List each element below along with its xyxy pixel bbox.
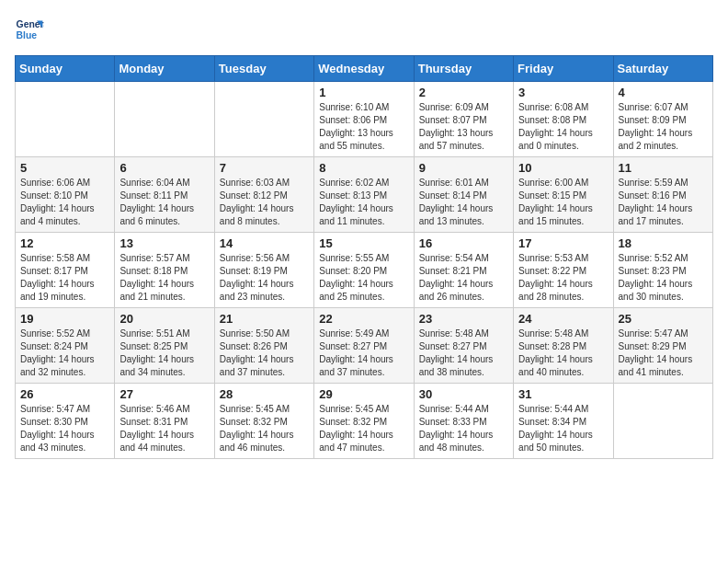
page-header: General Blue <box>15 15 713 44</box>
day-info: Sunrise: 5:52 AM Sunset: 8:24 PM Dayligh… <box>20 327 109 379</box>
calendar-cell: 18Sunrise: 5:52 AM Sunset: 8:23 PM Dayli… <box>613 233 712 308</box>
day-info: Sunrise: 6:08 AM Sunset: 8:08 PM Dayligh… <box>518 101 608 153</box>
day-number: 17 <box>518 236 608 250</box>
day-number: 18 <box>619 236 708 250</box>
calendar-cell: 23Sunrise: 5:48 AM Sunset: 8:27 PM Dayli… <box>414 308 513 384</box>
day-info: Sunrise: 6:06 AM Sunset: 8:10 PM Dayligh… <box>20 177 109 228</box>
day-info: Sunrise: 6:10 AM Sunset: 8:06 PM Dayligh… <box>319 101 408 153</box>
calendar-cell: 1Sunrise: 6:10 AM Sunset: 8:06 PM Daylig… <box>314 82 414 157</box>
day-number: 5 <box>20 161 109 175</box>
weekday-header-row: SundayMondayTuesdayWednesdayThursdayFrid… <box>16 56 713 82</box>
calendar-cell: 31Sunrise: 5:44 AM Sunset: 8:34 PM Dayli… <box>514 384 613 459</box>
calendar-cell: 16Sunrise: 5:54 AM Sunset: 8:21 PM Dayli… <box>414 233 513 308</box>
calendar-cell: 27Sunrise: 5:46 AM Sunset: 8:31 PM Dayli… <box>115 384 214 459</box>
calendar-cell: 9Sunrise: 6:01 AM Sunset: 8:14 PM Daylig… <box>414 157 513 233</box>
day-number: 11 <box>619 161 708 175</box>
calendar-cell <box>16 82 115 157</box>
day-info: Sunrise: 5:57 AM Sunset: 8:18 PM Dayligh… <box>119 252 209 304</box>
calendar-cell: 14Sunrise: 5:56 AM Sunset: 8:19 PM Dayli… <box>214 233 313 308</box>
day-info: Sunrise: 5:58 AM Sunset: 8:17 PM Dayligh… <box>20 252 109 304</box>
weekday-wednesday: Wednesday <box>314 56 414 82</box>
calendar-cell: 6Sunrise: 6:04 AM Sunset: 8:11 PM Daylig… <box>115 157 214 233</box>
calendar-cell: 24Sunrise: 5:48 AM Sunset: 8:28 PM Dayli… <box>514 308 613 384</box>
calendar-cell: 13Sunrise: 5:57 AM Sunset: 8:18 PM Dayli… <box>115 233 214 308</box>
day-number: 13 <box>119 236 209 250</box>
day-number: 30 <box>419 387 508 401</box>
calendar-week-5: 26Sunrise: 5:47 AM Sunset: 8:30 PM Dayli… <box>16 384 713 459</box>
day-number: 10 <box>518 161 608 175</box>
day-number: 28 <box>220 387 309 401</box>
day-info: Sunrise: 5:56 AM Sunset: 8:19 PM Dayligh… <box>220 252 309 304</box>
day-number: 20 <box>119 312 209 326</box>
logo: General Blue <box>15 15 44 44</box>
day-number: 8 <box>319 161 408 175</box>
calendar-cell: 20Sunrise: 5:51 AM Sunset: 8:25 PM Dayli… <box>115 308 214 384</box>
day-info: Sunrise: 5:48 AM Sunset: 8:27 PM Dayligh… <box>419 327 508 379</box>
calendar-cell: 8Sunrise: 6:02 AM Sunset: 8:13 PM Daylig… <box>314 157 414 233</box>
calendar-cell: 30Sunrise: 5:44 AM Sunset: 8:33 PM Dayli… <box>414 384 513 459</box>
day-number: 31 <box>518 387 608 401</box>
day-number: 15 <box>319 236 408 250</box>
day-info: Sunrise: 5:54 AM Sunset: 8:21 PM Dayligh… <box>419 252 508 304</box>
day-number: 29 <box>319 387 408 401</box>
day-info: Sunrise: 5:59 AM Sunset: 8:16 PM Dayligh… <box>619 177 708 228</box>
day-info: Sunrise: 5:51 AM Sunset: 8:25 PM Dayligh… <box>119 327 209 379</box>
calendar-cell: 15Sunrise: 5:55 AM Sunset: 8:20 PM Dayli… <box>314 233 414 308</box>
day-info: Sunrise: 5:48 AM Sunset: 8:28 PM Dayligh… <box>518 327 608 379</box>
day-number: 1 <box>319 86 408 99</box>
calendar-body: 1Sunrise: 6:10 AM Sunset: 8:06 PM Daylig… <box>16 82 713 459</box>
day-number: 14 <box>220 236 309 250</box>
day-number: 4 <box>619 86 708 99</box>
day-number: 19 <box>20 312 109 326</box>
day-number: 27 <box>119 387 209 401</box>
weekday-saturday: Saturday <box>613 56 712 82</box>
calendar-cell <box>613 384 712 459</box>
day-info: Sunrise: 6:09 AM Sunset: 8:07 PM Dayligh… <box>419 101 508 153</box>
calendar-week-2: 5Sunrise: 6:06 AM Sunset: 8:10 PM Daylig… <box>16 157 713 233</box>
weekday-sunday: Sunday <box>16 56 115 82</box>
calendar-cell: 2Sunrise: 6:09 AM Sunset: 8:07 PM Daylig… <box>414 82 513 157</box>
day-info: Sunrise: 5:49 AM Sunset: 8:27 PM Dayligh… <box>319 327 408 379</box>
day-number: 9 <box>419 161 508 175</box>
day-number: 26 <box>20 387 109 401</box>
calendar-cell: 3Sunrise: 6:08 AM Sunset: 8:08 PM Daylig… <box>514 82 613 157</box>
day-info: Sunrise: 6:02 AM Sunset: 8:13 PM Dayligh… <box>319 177 408 228</box>
day-number: 21 <box>220 312 309 326</box>
calendar-cell: 7Sunrise: 6:03 AM Sunset: 8:12 PM Daylig… <box>214 157 313 233</box>
day-info: Sunrise: 5:46 AM Sunset: 8:31 PM Dayligh… <box>119 403 209 454</box>
weekday-thursday: Thursday <box>414 56 513 82</box>
svg-text:Blue: Blue <box>17 30 38 40</box>
calendar-cell <box>214 82 313 157</box>
day-info: Sunrise: 5:47 AM Sunset: 8:29 PM Dayligh… <box>619 327 708 379</box>
day-info: Sunrise: 5:50 AM Sunset: 8:26 PM Dayligh… <box>220 327 309 379</box>
day-number: 16 <box>419 236 508 250</box>
weekday-friday: Friday <box>514 56 613 82</box>
day-info: Sunrise: 5:47 AM Sunset: 8:30 PM Dayligh… <box>20 403 109 454</box>
day-info: Sunrise: 5:45 AM Sunset: 8:32 PM Dayligh… <box>319 403 408 454</box>
logo-icon: General Blue <box>15 15 44 44</box>
day-info: Sunrise: 5:44 AM Sunset: 8:33 PM Dayligh… <box>419 403 508 454</box>
calendar-cell: 22Sunrise: 5:49 AM Sunset: 8:27 PM Dayli… <box>314 308 414 384</box>
day-number: 7 <box>220 161 309 175</box>
day-number: 25 <box>619 312 708 326</box>
day-info: Sunrise: 6:04 AM Sunset: 8:11 PM Dayligh… <box>119 177 209 228</box>
day-number: 23 <box>419 312 508 326</box>
calendar-cell: 4Sunrise: 6:07 AM Sunset: 8:09 PM Daylig… <box>613 82 712 157</box>
calendar-week-4: 19Sunrise: 5:52 AM Sunset: 8:24 PM Dayli… <box>16 308 713 384</box>
day-info: Sunrise: 5:55 AM Sunset: 8:20 PM Dayligh… <box>319 252 408 304</box>
day-number: 3 <box>518 86 608 99</box>
day-number: 6 <box>119 161 209 175</box>
calendar-cell: 12Sunrise: 5:58 AM Sunset: 8:17 PM Dayli… <box>16 233 115 308</box>
calendar-cell: 21Sunrise: 5:50 AM Sunset: 8:26 PM Dayli… <box>214 308 313 384</box>
calendar-cell: 25Sunrise: 5:47 AM Sunset: 8:29 PM Dayli… <box>613 308 712 384</box>
calendar-cell: 28Sunrise: 5:45 AM Sunset: 8:32 PM Dayli… <box>214 384 313 459</box>
day-number: 2 <box>419 86 508 99</box>
day-number: 12 <box>20 236 109 250</box>
calendar-cell: 5Sunrise: 6:06 AM Sunset: 8:10 PM Daylig… <box>16 157 115 233</box>
day-number: 24 <box>518 312 608 326</box>
day-number: 22 <box>319 312 408 326</box>
calendar-cell: 29Sunrise: 5:45 AM Sunset: 8:32 PM Dayli… <box>314 384 414 459</box>
day-info: Sunrise: 5:52 AM Sunset: 8:23 PM Dayligh… <box>619 252 708 304</box>
calendar-week-3: 12Sunrise: 5:58 AM Sunset: 8:17 PM Dayli… <box>16 233 713 308</box>
day-info: Sunrise: 5:45 AM Sunset: 8:32 PM Dayligh… <box>220 403 309 454</box>
